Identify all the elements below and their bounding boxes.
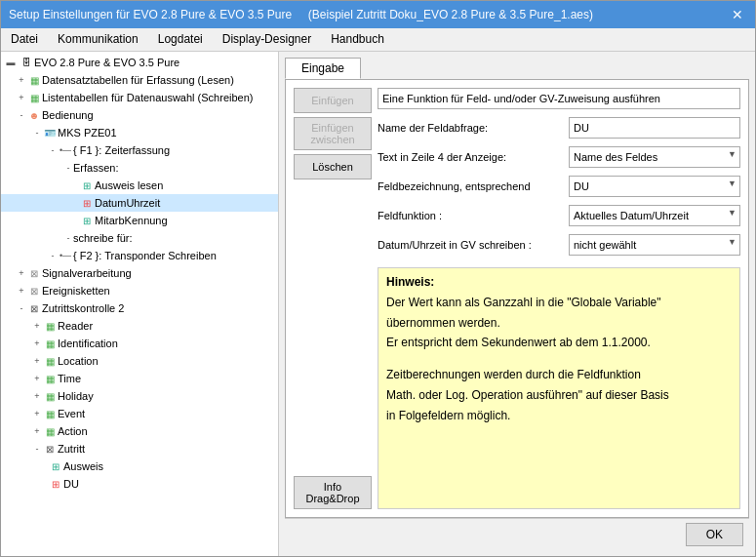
close-button[interactable]: ✕ — [728, 5, 747, 24]
zutritt-icon: ⊠ — [26, 300, 42, 316]
hint-line7: in Folgefeldern möglich. — [386, 408, 732, 424]
tree-label-datum-uhrzeit: DatumUhrzeit — [95, 197, 160, 209]
tree-item-reader[interactable]: + ▦ Reader — [1, 317, 278, 335]
tree-item-ausweis-zutritt[interactable]: ⊞ Ausweis — [1, 458, 278, 475]
expand-icon-f2: - — [48, 248, 58, 263]
expand-icon-identification: + — [32, 336, 42, 351]
tree-item-identification[interactable]: + ▦ Identification — [1, 335, 278, 352]
expand-icon-action: + — [32, 423, 42, 439]
tree-item-action[interactable]: + ▦ Action — [1, 422, 278, 440]
menu-bar: Datei Kommunikation Logdatei Display-Des… — [1, 28, 755, 52]
tree-item-mks[interactable]: - 🪪 MKS PZE01 — [1, 124, 278, 141]
description-row — [378, 88, 740, 109]
tree-item-root[interactable]: ▬ 🗄 EVO 2.8 Pure & EVO 3.5 Pure — [1, 54, 278, 71]
grid-icon-event: ▦ — [42, 406, 58, 421]
field1-input[interactable] — [569, 117, 740, 139]
field5-row: Datum/Uhrzeit in GV schreiben : nicht ge… — [378, 234, 740, 256]
dash-icon-f1: •— — [58, 142, 73, 158]
tree-item-du-zutritt[interactable]: ⊞ DU — [1, 475, 278, 493]
menu-datei[interactable]: Datei — [1, 30, 48, 49]
tree-label-root: EVO 2.8 Pure & EVO 3.5 Pure — [34, 57, 179, 68]
window-title: Setup Einstellungen für EVO 2.8 Pure & E… — [9, 8, 593, 21]
field4-select[interactable]: Aktuelles Datum/Uhrzeit — [569, 205, 740, 226]
tree-label-du-zutritt: DU — [63, 478, 79, 490]
person-icon: ☻ — [26, 107, 42, 123]
menu-kommunikation[interactable]: Kommunikation — [48, 30, 148, 49]
field2-select[interactable]: Name des Feldes — [569, 146, 740, 168]
field4-label: Feldfunktion : — [378, 210, 563, 221]
grid-icon-action: ▦ — [42, 423, 58, 439]
tree-item-zutritt[interactable]: - ⊠ Zutritt — [1, 440, 278, 458]
tree-item-ereignis[interactable]: + ⊠ Ereignisketten — [1, 282, 278, 299]
dash-icon-f2: •— — [58, 248, 73, 263]
field1-label: Name der Feldabfrage: — [378, 122, 563, 134]
expand-icon-reader: + — [32, 318, 42, 334]
tree-item-mitarb[interactable]: ⊞ MitarbKennung — [1, 212, 278, 229]
title-main: Setup Einstellungen für EVO 2.8 Pure & E… — [9, 8, 292, 21]
field2-select-wrapper: Name des Feldes — [569, 146, 740, 168]
menu-handbuch[interactable]: Handbuch — [321, 30, 394, 49]
info-button[interactable]: Info Drag&Drop — [294, 476, 372, 509]
expand-icon-event: + — [32, 406, 42, 421]
card-red-icon-zutritt: ⊞ — [48, 476, 63, 492]
tree-item-holiday[interactable]: + ▦ Holiday — [1, 387, 278, 405]
tree-item-datum-uhrzeit[interactable]: ⊞ DatumUhrzeit — [1, 194, 278, 212]
description-input[interactable] — [378, 88, 740, 109]
expand-icon-mks: - — [32, 125, 42, 140]
expand-icon-holiday: + — [32, 388, 42, 404]
tree-item-location[interactable]: + ▦ Location — [1, 352, 278, 370]
minus-icon: ▬ — [3, 55, 19, 70]
ok-button[interactable]: OK — [686, 523, 743, 546]
tree-item-time[interactable]: + ▦ Time — [1, 370, 278, 387]
menu-logdatei[interactable]: Logdatei — [148, 30, 213, 49]
field3-select[interactable]: DU — [569, 176, 740, 197]
tree-item-schreibe[interactable]: - schreibe für: — [1, 229, 278, 247]
hint-title: Hinweis: — [386, 275, 434, 289]
menu-display-designer[interactable]: Display-Designer — [213, 30, 321, 49]
tree-label-reader: Reader — [58, 320, 93, 332]
tree-label-signal: Signalverarbeitung — [42, 267, 132, 279]
button-column: Einfügen Einfügenzwischen Löschen Info D… — [294, 88, 372, 509]
tree-item-bedienung[interactable]: - ☻ Bedienung — [1, 106, 278, 124]
expand-icon-zutritt2: - — [17, 300, 26, 316]
hint-line3: Er entspricht dem Sekundenwert ab dem 1.… — [386, 335, 732, 351]
tree-label-daten: Datensatztabellen für Erfassung (Lesen) — [42, 74, 234, 86]
einfuegen-zwischen-button[interactable]: Einfügenzwischen — [294, 117, 372, 150]
expand-icon-location: + — [32, 353, 42, 369]
tree-label-bedienung: Bedienung — [42, 109, 94, 121]
title-bar: Setup Einstellungen für EVO 2.8 Pure & E… — [1, 1, 755, 28]
tree-item-event[interactable]: + ▦ Event — [1, 405, 278, 422]
tree-item-zutritt2[interactable]: - ⊠ Zutrittskontrolle 2 — [1, 299, 278, 317]
tree-label-ausweis-zutritt: Ausweis — [63, 460, 103, 472]
card-green-icon: ⊞ — [79, 178, 95, 193]
card-red-icon: ⊞ — [79, 195, 95, 211]
field5-select-wrapper: nicht gewählt — [569, 234, 740, 256]
field3-label: Feldbezeichnung, entsprechend — [378, 180, 563, 192]
tab-eingabe[interactable]: Eingabe — [285, 58, 361, 79]
tree-label-holiday: Holiday — [58, 390, 94, 402]
field4-select-wrapper: Aktuelles Datum/Uhrzeit — [569, 205, 740, 226]
tree-item-signal[interactable]: + ⊠ Signalverarbeitung — [1, 264, 278, 282]
tree-label-f1: { F1 }: Zeiterfassung — [73, 144, 170, 156]
hint-line1: Der Wert kann als Ganzzahl in die "Globa… — [386, 295, 732, 311]
tree-item-f1[interactable]: - •— { F1 }: Zeiterfassung — [1, 141, 278, 159]
zutritt-sub-icon: ⊠ — [42, 441, 58, 457]
tree-item-daten[interactable]: + ▦ Datensatztabellen für Erfassung (Les… — [1, 71, 278, 89]
tree-label-erfassen: Erfassen: — [73, 162, 118, 174]
tree-label-ausweis-lesen: Ausweis lesen — [95, 179, 163, 191]
loeschen-button[interactable]: Löschen — [294, 154, 372, 179]
tree-item-erfassen[interactable]: - Erfassen: — [1, 159, 278, 177]
card-icon-mks: 🪪 — [42, 125, 58, 140]
expand-icon-signal: + — [17, 265, 26, 281]
field5-select[interactable]: nicht gewählt — [569, 234, 740, 256]
tree-label-location: Location — [58, 355, 99, 367]
einfuegen-button[interactable]: Einfügen — [294, 88, 372, 113]
tree-label-listen: Listentabellen für Datenauswahl (Schreib… — [42, 92, 253, 103]
expand-icon-ereignis: + — [17, 283, 26, 298]
grid-icon-holiday: ▦ — [42, 388, 58, 404]
tree-item-ausweis-lesen[interactable]: ⊞ Ausweis lesen — [1, 177, 278, 194]
tree-item-f2[interactable]: - •— { F2 }: Transponder Schreiben — [1, 247, 278, 264]
tree-item-listen[interactable]: + ▦ Listentabellen für Datenauswahl (Sch… — [1, 89, 278, 106]
main-area: Einfügen Einfügenzwischen Löschen Info D… — [285, 79, 749, 518]
tree-label-schreibe: schreibe für: — [73, 232, 133, 244]
